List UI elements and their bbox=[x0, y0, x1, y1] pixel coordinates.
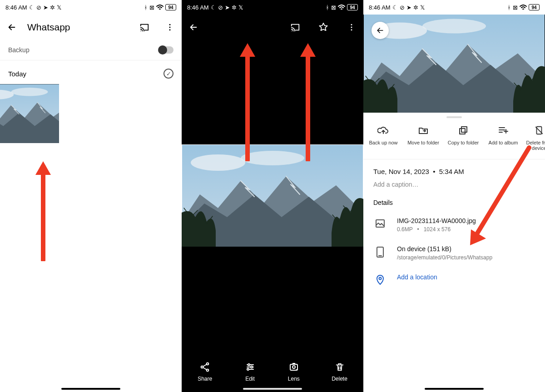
action-label: Delete from device bbox=[523, 140, 545, 151]
status-time: 8:46 AM bbox=[187, 4, 209, 11]
viewer-app-bar bbox=[182, 15, 363, 40]
file-name: IMG-20231114-WA0000.jpg bbox=[397, 217, 476, 224]
back-button[interactable] bbox=[5, 21, 18, 34]
details-sheet: Back up now Move to folder Copy to folde… bbox=[363, 111, 545, 293]
share-label: Share bbox=[198, 376, 212, 382]
back-button[interactable] bbox=[187, 21, 200, 34]
delete-from-device-button[interactable]: Delete from device bbox=[523, 124, 545, 151]
wifi-icon bbox=[520, 5, 527, 10]
fan-icon: ✲ bbox=[232, 4, 237, 11]
cast-icon[interactable] bbox=[289, 21, 302, 34]
fan-icon: ✲ bbox=[50, 4, 55, 11]
photo-thumbnail[interactable] bbox=[0, 84, 59, 143]
viewer-bottom-bar: Share Edit Lens Delete bbox=[182, 361, 363, 382]
storage-info-row: On device (151 kB) /storage/emulated/0/P… bbox=[363, 241, 545, 269]
copy-to-folder-button[interactable]: Copy to folder bbox=[443, 124, 483, 151]
svg-rect-39 bbox=[460, 129, 465, 134]
delete-device-icon bbox=[533, 124, 545, 136]
svg-rect-40 bbox=[461, 127, 467, 132]
delete-button[interactable]: Delete bbox=[332, 361, 347, 382]
action-row: Back up now Move to folder Copy to folde… bbox=[363, 123, 545, 159]
storage-size: On device (151 kB) bbox=[397, 245, 492, 253]
bluetooth-icon: ᚼ bbox=[144, 4, 148, 11]
action-label: Copy to folder bbox=[448, 140, 479, 145]
status-time: 8:46 AM bbox=[369, 4, 391, 11]
status-bar: 8:46 AM ☾ ⊘ ➤ ✲ 𝕏 ᚼ ⊠ 94 bbox=[182, 0, 363, 15]
cast-icon[interactable] bbox=[138, 21, 151, 34]
moon-icon: ☾ bbox=[392, 4, 398, 11]
more-icon[interactable] bbox=[345, 21, 358, 34]
backup-toggle[interactable] bbox=[159, 46, 173, 54]
page-title: Whatsapp bbox=[27, 22, 129, 33]
dnd-icon: ⊘ bbox=[36, 4, 41, 11]
delete-label: Delete bbox=[332, 376, 347, 382]
image-icon bbox=[373, 217, 387, 229]
status-time: 8:46 AM bbox=[5, 4, 27, 11]
svg-point-11 bbox=[140, 31, 141, 31]
fan-icon: ✲ bbox=[413, 4, 418, 11]
action-label: Move to folder bbox=[407, 140, 439, 145]
phone-icon bbox=[373, 245, 387, 258]
lens-button[interactable]: Lens bbox=[288, 361, 300, 382]
caption-input[interactable]: Add a caption… bbox=[373, 181, 535, 188]
wifi-icon bbox=[156, 5, 164, 10]
favorite-icon[interactable] bbox=[317, 21, 330, 34]
photo-hero[interactable] bbox=[363, 15, 545, 113]
photo-full[interactable] bbox=[182, 144, 363, 247]
svg-point-18 bbox=[351, 24, 352, 25]
svg-point-27 bbox=[248, 364, 250, 366]
telegram-icon: ➤ bbox=[406, 4, 411, 11]
share-button[interactable]: Share bbox=[198, 361, 212, 382]
telegram-icon: ➤ bbox=[225, 4, 230, 11]
app-bar: Whatsapp bbox=[0, 15, 182, 40]
svg-point-51 bbox=[379, 278, 382, 280]
svg-marker-16 bbox=[35, 161, 51, 175]
location-pin-icon bbox=[373, 273, 387, 285]
svg-point-14 bbox=[169, 29, 171, 30]
playlist-add-icon bbox=[497, 124, 509, 136]
svg-point-17 bbox=[291, 31, 292, 31]
annotation-arrow bbox=[297, 43, 319, 161]
x-icon: 𝕏 bbox=[238, 4, 243, 11]
trash-icon bbox=[334, 361, 346, 373]
cloud-upload-icon bbox=[377, 124, 389, 136]
moon-icon: ☾ bbox=[29, 4, 35, 11]
svg-marker-38 bbox=[300, 43, 316, 57]
svg-point-29 bbox=[251, 366, 253, 368]
backup-now-button[interactable]: Back up now bbox=[363, 124, 403, 151]
move-to-folder-button[interactable]: Move to folder bbox=[403, 124, 443, 151]
details-title: Details bbox=[363, 196, 545, 213]
today-label: Today bbox=[8, 70, 26, 78]
drag-handle[interactable] bbox=[446, 116, 462, 118]
no-data-icon: ⊠ bbox=[149, 4, 154, 11]
file-resolution: 0.6MP • 1024 x 576 bbox=[397, 226, 476, 233]
more-icon[interactable] bbox=[164, 21, 176, 34]
status-bar: 8:46 AM ☾ ⊘ ➤ ✲ 𝕏 ᚼ ⊠ 94 bbox=[363, 0, 545, 15]
add-location-label: Add a location bbox=[397, 273, 437, 281]
folder-move-icon bbox=[417, 124, 429, 136]
add-location-button[interactable]: Add a location bbox=[363, 269, 545, 293]
wifi-icon bbox=[338, 5, 345, 10]
svg-line-25 bbox=[203, 367, 207, 370]
copy-icon bbox=[457, 124, 469, 136]
meta-block: Tue, Nov 14, 2023 • 5:34 AM Add a captio… bbox=[363, 159, 545, 196]
svg-point-12 bbox=[169, 24, 171, 25]
svg-point-33 bbox=[292, 366, 295, 368]
screenshot-photo-viewer: 8:46 AM ☾ ⊘ ➤ ✲ 𝕏 ᚼ ⊠ 94 bbox=[182, 0, 363, 392]
x-icon: 𝕏 bbox=[420, 4, 425, 11]
action-label: Back up now bbox=[369, 140, 398, 145]
add-to-album-button[interactable]: Add to album bbox=[483, 124, 523, 151]
select-all-icon[interactable] bbox=[164, 69, 173, 79]
battery-indicator: 94 bbox=[347, 4, 358, 10]
lens-label: Lens bbox=[288, 376, 300, 382]
share-icon bbox=[199, 361, 211, 373]
bluetooth-icon: ᚼ bbox=[326, 4, 329, 11]
telegram-icon: ➤ bbox=[43, 4, 48, 11]
screenshot-album-view: 8:46 AM ☾ ⊘ ➤ ✲ 𝕏 ᚼ ⊠ 94 Whatsapp Backup bbox=[0, 0, 182, 392]
dnd-icon: ⊘ bbox=[218, 4, 223, 11]
back-button[interactable] bbox=[372, 22, 389, 39]
edit-button[interactable]: Edit bbox=[244, 361, 256, 382]
svg-point-13 bbox=[169, 27, 171, 28]
status-bar: 8:46 AM ☾ ⊘ ➤ ✲ 𝕏 ᚼ ⊠ 94 bbox=[0, 0, 182, 15]
lens-icon bbox=[288, 361, 300, 373]
